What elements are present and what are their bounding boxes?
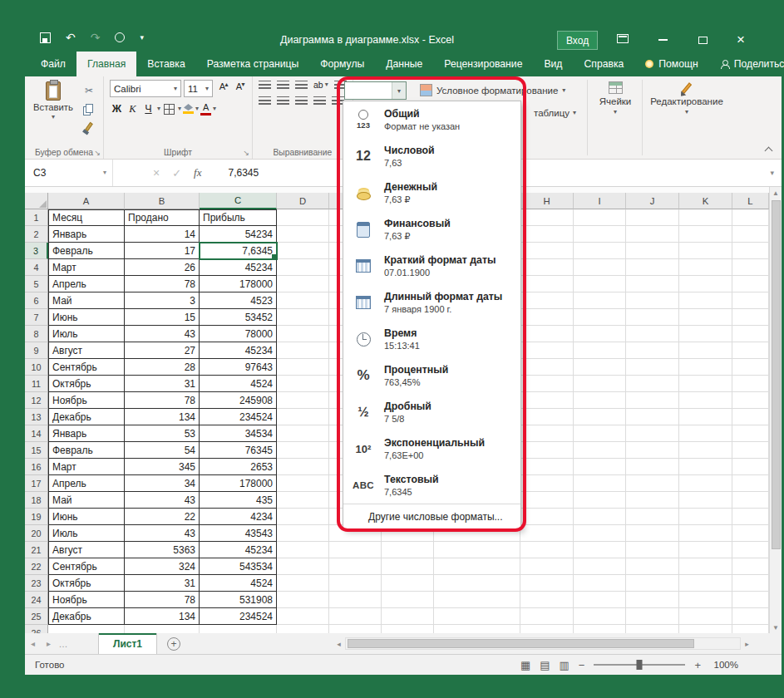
cell[interactable]: 78 (125, 392, 200, 409)
cell[interactable] (574, 309, 626, 326)
row-header[interactable]: 3 (25, 243, 48, 259)
cell[interactable]: 531908 (200, 592, 277, 608)
cell[interactable] (574, 575, 626, 592)
cell[interactable] (520, 243, 574, 259)
cell[interactable] (679, 392, 732, 409)
sheet-tab[interactable]: Лист1 (98, 633, 157, 654)
cell[interactable] (679, 409, 732, 425)
cell[interactable]: 54234 (200, 226, 277, 243)
cell[interactable] (626, 542, 679, 558)
cell[interactable] (434, 542, 520, 558)
cell[interactable] (329, 542, 382, 558)
cell[interactable]: Январь (48, 226, 125, 243)
ribbon-tab[interactable]: Данные (375, 52, 433, 76)
cell[interactable]: 245908 (200, 392, 277, 409)
cell[interactable] (732, 276, 769, 292)
cell[interactable] (574, 259, 626, 276)
cell[interactable] (520, 392, 574, 409)
cell[interactable]: Продано (125, 209, 200, 226)
zoom-out-button[interactable]: − (579, 659, 585, 671)
cell[interactable] (520, 342, 574, 359)
column-header[interactable]: C (200, 193, 277, 209)
cell[interactable] (679, 259, 732, 276)
format-menu-item[interactable]: Краткий формат даты 07.01.1900 (343, 248, 520, 284)
cell[interactable] (732, 292, 769, 309)
align-bottom-button[interactable] (295, 81, 308, 90)
cell[interactable] (277, 226, 329, 243)
confirm-entry-button[interactable]: ✓ (172, 167, 181, 179)
cell[interactable] (277, 525, 329, 542)
font-size-combo[interactable]: 11 ▾ (184, 80, 213, 97)
cell[interactable]: 43 (125, 525, 200, 542)
cell[interactable] (679, 608, 732, 625)
format-menu-item[interactable]: Процентный 763,45% (343, 357, 520, 394)
cell[interactable] (125, 625, 200, 633)
cell[interactable] (679, 459, 732, 475)
cell[interactable]: 5363 (125, 542, 200, 558)
cell[interactable] (732, 525, 769, 542)
cancel-entry-button[interactable]: × (153, 166, 160, 179)
chevron-down-icon[interactable]: ▾ (195, 106, 199, 112)
cell[interactable] (520, 226, 574, 243)
cell[interactable] (679, 292, 732, 309)
cell[interactable] (277, 276, 329, 292)
cell[interactable] (574, 292, 626, 309)
cell[interactable] (732, 475, 769, 492)
cell[interactable] (520, 608, 574, 625)
cell[interactable] (277, 625, 329, 633)
cell[interactable]: 78 (125, 592, 200, 608)
cell[interactable] (520, 292, 574, 309)
cell[interactable]: 234524 (200, 608, 277, 625)
editing-button[interactable]: Редактирование ▾ (647, 81, 727, 116)
cell[interactable] (626, 575, 679, 592)
cell[interactable] (679, 376, 732, 392)
cell[interactable] (626, 425, 679, 442)
cell[interactable] (626, 442, 679, 459)
row-header[interactable]: 23 (25, 575, 48, 592)
increase-font-size-button[interactable]: А▲ (215, 81, 229, 96)
cell[interactable] (679, 359, 732, 376)
cell[interactable] (626, 492, 679, 509)
cell[interactable] (574, 326, 626, 342)
cell[interactable] (679, 509, 732, 525)
cell[interactable] (626, 342, 679, 359)
cell[interactable]: 97643 (200, 359, 277, 376)
normal-view-button[interactable]: ▦ (520, 659, 530, 671)
cell[interactable]: Октябрь (48, 575, 125, 592)
row-header[interactable]: 11 (25, 376, 48, 392)
chevron-down-icon[interactable]: ▾ (157, 106, 160, 112)
cell[interactable] (626, 276, 679, 292)
row-header[interactable]: 18 (25, 492, 48, 509)
cell[interactable] (732, 442, 769, 459)
bold-button[interactable]: Ж (110, 101, 124, 116)
cell[interactable] (434, 625, 520, 633)
cell[interactable]: Сентябрь (48, 558, 125, 575)
row-header[interactable]: 22 (25, 558, 48, 575)
cell[interactable] (434, 592, 520, 608)
cell[interactable] (520, 592, 574, 608)
cell[interactable]: 345 (125, 459, 200, 475)
page-layout-view-button[interactable]: ▤ (540, 659, 550, 671)
cell[interactable] (574, 392, 626, 409)
cell[interactable]: Август (48, 342, 125, 359)
cell[interactable] (626, 525, 679, 542)
customize-qat-icon[interactable]: ▾ (140, 33, 144, 42)
cell[interactable] (382, 575, 434, 592)
cell[interactable]: 15 (125, 309, 200, 326)
column-header[interactable]: I (574, 193, 626, 209)
insert-function-button[interactable]: fx (194, 166, 201, 179)
cell[interactable] (520, 575, 574, 592)
cell[interactable] (732, 342, 769, 359)
cell[interactable] (732, 558, 769, 575)
cell[interactable] (277, 342, 329, 359)
cell[interactable] (277, 392, 329, 409)
format-menu-item[interactable]: Экспоненциальный 7,63E+00 (343, 430, 520, 467)
row-header[interactable]: 14 (25, 425, 48, 442)
cell[interactable]: 45234 (200, 542, 277, 558)
cell[interactable] (679, 326, 732, 342)
cell[interactable] (679, 226, 732, 243)
save-icon[interactable] (40, 32, 51, 43)
cell[interactable] (520, 442, 574, 459)
touch-mode-icon[interactable] (115, 32, 125, 42)
align-left-button[interactable] (259, 96, 271, 106)
